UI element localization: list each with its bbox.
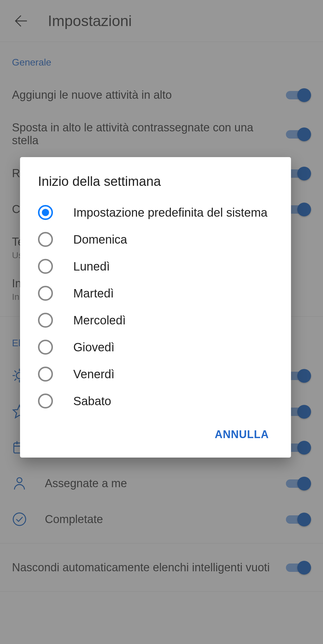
radio-label: Lunedì	[73, 259, 110, 274]
dialog-title: Inizio della settimana	[20, 174, 291, 199]
radio-option[interactable]: Mercoledì	[20, 307, 291, 334]
radio-option[interactable]: Impostazione predefinita del sistema	[20, 199, 291, 226]
radio-label: Domenica	[73, 232, 127, 247]
radio-option[interactable]: Martedì	[20, 280, 291, 307]
radio-label: Martedì	[73, 286, 114, 301]
radio-icon	[38, 205, 53, 220]
radio-option[interactable]: Lunedì	[20, 253, 291, 280]
radio-icon	[38, 259, 53, 274]
radio-icon	[38, 394, 53, 408]
cancel-button[interactable]: ANNULLA	[208, 423, 276, 446]
dialog-actions: ANNULLA	[20, 414, 291, 452]
radio-icon	[38, 340, 53, 355]
radio-option[interactable]: Sabato	[20, 388, 291, 414]
radio-icon	[38, 232, 53, 247]
radio-label: Giovedì	[73, 340, 115, 355]
radio-list: Impostazione predefinita del sistemaDome…	[20, 199, 291, 414]
radio-label: Impostazione predefinita del sistema	[73, 205, 267, 220]
radio-option[interactable]: Giovedì	[20, 334, 291, 361]
week-start-dialog: Inizio della settimana Impostazione pred…	[20, 157, 291, 458]
radio-label: Mercoledì	[73, 313, 126, 328]
radio-option[interactable]: Venerdì	[20, 361, 291, 388]
radio-icon	[38, 313, 53, 328]
radio-label: Sabato	[73, 394, 111, 408]
radio-label: Venerdì	[73, 367, 115, 382]
radio-icon	[38, 286, 53, 301]
radio-icon	[38, 367, 53, 382]
radio-option[interactable]: Domenica	[20, 226, 291, 253]
